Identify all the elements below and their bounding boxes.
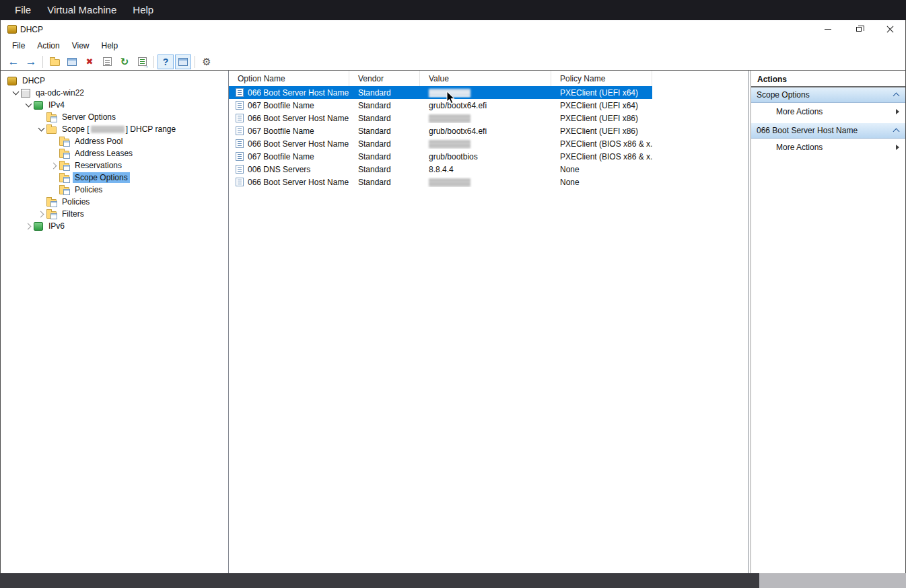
tree-item-filters[interactable]: Filters: [1, 208, 228, 220]
back-button[interactable]: ←: [5, 54, 22, 69]
expander-right-icon[interactable]: [48, 160, 59, 171]
export-list-button[interactable]: [134, 54, 150, 69]
dhcp-window: DHCP FileActionViewHelp ←→✖↻?⚙ DHCPqa-od…: [0, 20, 906, 573]
maximize-button[interactable]: [843, 20, 874, 38]
host-menu-virtual-machine[interactable]: Virtual Machine: [39, 0, 125, 20]
forward-icon: →: [26, 56, 37, 67]
actions-section-title: 066 Boot Server Host Name: [757, 126, 858, 135]
menu-action[interactable]: Action: [31, 38, 65, 53]
folder-table-icon: [46, 199, 57, 207]
folder-table-icon: [46, 114, 57, 122]
value-cell: grub/bootx64.efi: [420, 126, 551, 136]
delete-button[interactable]: ✖: [81, 54, 98, 69]
tree-item-address-pool[interactable]: Address Pool: [1, 135, 228, 147]
expander-spacer: [36, 112, 46, 122]
tree-item-address-leases[interactable]: Address Leases: [1, 147, 228, 159]
table-row[interactable]: 066 Boot Server Host NameStandardPXEClie…: [229, 137, 652, 150]
redacted-value: [429, 178, 471, 187]
dhcp-root-icon: [7, 77, 17, 85]
actions-title: Actions: [751, 71, 905, 87]
menu-view[interactable]: View: [66, 38, 96, 53]
tree-item-qa-odc-win22[interactable]: qa-odc-win22: [1, 87, 228, 99]
option-icon: [236, 165, 244, 174]
host-menu-file[interactable]: File: [7, 0, 39, 20]
table-row[interactable]: 067 Bootfile NameStandardgrub/bootbiosPX…: [229, 150, 652, 163]
table-row[interactable]: 067 Bootfile NameStandardgrub/bootx64.ef…: [229, 99, 652, 112]
tree-item-policies[interactable]: Policies: [1, 196, 228, 208]
menu-file[interactable]: File: [6, 38, 31, 53]
table-row[interactable]: 066 Boot Server Host NameStandardNone: [229, 176, 652, 188]
option-icon: [236, 139, 244, 148]
table-row[interactable]: 067 Bootfile NameStandardgrub/bootx64.ef…: [229, 124, 652, 137]
tree-item-scope-options[interactable]: Scope Options: [1, 172, 228, 184]
table-row[interactable]: 006 DNS ServersStandard8.8.4.4None: [229, 163, 652, 176]
tree-item-reservations[interactable]: Reservations: [1, 159, 228, 172]
option-name-text: 066 Boot Server Host Name: [248, 139, 349, 149]
actions-section-066-boot-server-host-name: 066 Boot Server Host NameMore Actions: [751, 123, 905, 156]
menu-help[interactable]: Help: [96, 38, 125, 53]
option-icon: [236, 152, 244, 161]
host-menu-help[interactable]: Help: [125, 0, 162, 20]
gear-button[interactable]: ⚙: [199, 54, 215, 69]
actions-section-header-066-boot-server-host-name[interactable]: 066 Boot Server Host Name: [751, 123, 905, 139]
tree-item-label: Policies: [60, 196, 92, 207]
tree-item-label: qa-odc-win22: [34, 87, 86, 98]
show-console-tree-button[interactable]: [175, 54, 191, 69]
properties-icon: [103, 57, 112, 66]
tree-item-label: IPv6: [46, 221, 67, 231]
expander-right-icon[interactable]: [23, 221, 34, 231]
close-button[interactable]: [874, 20, 905, 38]
menubar: FileActionViewHelp: [1, 38, 905, 53]
policy-name-cell: PXEClient (UEFI x64): [551, 101, 652, 110]
chevron-up-icon[interactable]: [891, 125, 901, 136]
actions-section-header-scope-options[interactable]: Scope Options: [751, 87, 905, 103]
properties-button[interactable]: [99, 54, 115, 69]
expander-down-icon[interactable]: [23, 100, 34, 110]
column-header-policy-name[interactable]: Policy Name: [551, 71, 652, 86]
refresh-icon: ↻: [120, 57, 129, 67]
tree-item-server-options[interactable]: Server Options: [1, 111, 228, 123]
bottom-bar-right: [759, 573, 906, 588]
refresh-button[interactable]: ↻: [116, 54, 133, 69]
column-header-value[interactable]: Value: [420, 71, 551, 86]
actions-pane: Actions Scope OptionsMore Actions066 Boo…: [751, 71, 905, 573]
tree-item-dhcp[interactable]: DHCP: [1, 75, 228, 87]
option-name-text: 067 Bootfile Name: [248, 126, 314, 136]
chevron-up-icon[interactable]: [891, 89, 901, 100]
window-title: DHCP: [20, 25, 43, 34]
action-item-more-actions[interactable]: More Actions: [751, 103, 905, 120]
value-cell: 8.8.4.4: [420, 165, 551, 174]
vendor-cell: Standard: [349, 101, 420, 110]
expander-down-icon[interactable]: [36, 124, 46, 135]
help-icon: ?: [163, 57, 169, 67]
column-header-vendor[interactable]: Vendor: [349, 71, 420, 86]
action-item-more-actions[interactable]: More Actions: [751, 139, 905, 156]
option-name-cell: 066 Boot Server Host Name: [229, 114, 349, 123]
option-name-cell: 066 Boot Server Host Name: [229, 139, 349, 149]
tree-item-scope[interactable]: Scope [] DHCP range: [1, 123, 228, 135]
policy-name-cell: PXEClient (UEFI x86): [551, 126, 652, 136]
help-button[interactable]: ?: [158, 54, 174, 69]
option-icon: [236, 114, 244, 122]
tree-item-scope-policies[interactable]: Policies: [1, 184, 228, 196]
policy-name-cell: None: [551, 178, 652, 187]
tree-item-ipv4[interactable]: IPv4: [1, 99, 228, 111]
minimize-button[interactable]: [812, 20, 843, 38]
table-row[interactable]: 066 Boot Server Host NameStandardPXEClie…: [229, 86, 652, 99]
column-header-option-name[interactable]: Option Name: [229, 71, 349, 86]
option-name-text: 066 Boot Server Host Name: [248, 178, 349, 187]
tree-item-label: Reservations: [73, 160, 124, 171]
folder-table-icon: [59, 139, 69, 146]
window-icon: [178, 58, 188, 66]
policy-name-cell: PXEClient (BIOS x86 & x...: [551, 139, 652, 149]
show-window-button[interactable]: [64, 54, 80, 69]
table-row[interactable]: 066 Boot Server Host NameStandardPXEClie…: [229, 112, 652, 124]
vendor-cell: Standard: [349, 114, 420, 123]
forward-button[interactable]: →: [23, 54, 39, 69]
restore-icon: [856, 27, 862, 32]
tree-item-ipv6[interactable]: IPv6: [1, 220, 228, 232]
expander-right-icon[interactable]: [36, 209, 46, 219]
expander-down-icon[interactable]: [10, 87, 21, 98]
up-one-level-button[interactable]: [46, 54, 63, 69]
folder-table-icon: [59, 187, 69, 194]
